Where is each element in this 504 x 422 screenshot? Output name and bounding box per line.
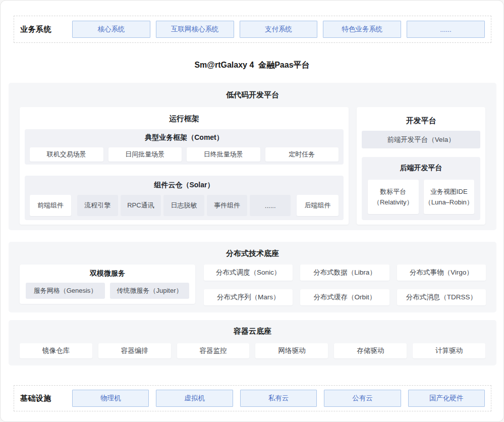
frontend-dev-platform-item: 前端开发平台（Vela）: [362, 131, 480, 148]
dual-mode-item: 传统微服务（Jupiter）: [110, 283, 189, 299]
dual-mode-microservice-box: 双模微服务 服务网格（Genesis） 传统微服务（Jupiter）: [20, 265, 195, 304]
distributed-items-grid: 分布式调度（Sonic） 分布式数据（Libra） 分布式事物（Virgo） 分…: [204, 265, 486, 305]
solar-item: 日志脱敏: [163, 195, 204, 216]
solar-component-box: 组件云仓（Solar） 前端组件 流程引擎 RPC通讯 日志脱敏 事件组件 ..…: [25, 176, 344, 220]
backend-dev-card-name: 业务视图IDE: [430, 186, 468, 197]
backend-dev-card: 业务视图IDE （Luna–Robin）: [424, 180, 475, 214]
container-cloud-item: 计算驱动: [413, 343, 485, 358]
container-cloud-item: 网络驱动: [255, 343, 328, 358]
container-cloud-panel: 容器云底座 镜像仓库 容器编排 容器监控 网络驱动 存储驱动 计算驱动: [9, 320, 496, 365]
backend-dev-platform-title: 后端开发平台: [362, 164, 480, 173]
solar-item: 流程引擎: [77, 195, 118, 216]
distributed-item: 分布式序列（Mars）: [204, 289, 293, 305]
comet-item: 定时任务: [265, 147, 339, 162]
container-cloud-title: 容器云底座: [9, 327, 496, 336]
solar-item: ......: [250, 195, 291, 216]
dual-mode-title: 双模微服务: [20, 269, 195, 278]
dev-platform-box: 开发平台 前端开发平台（Vela） 后端开发平台 数标平台 （Relativit…: [357, 107, 485, 225]
low-code-platform-panel: 低代码开发平台 运行框架 典型业务框架（Comet） 联机交易场景 日间批量场景…: [9, 83, 496, 230]
distributed-item: 分布式消息（TDRSS）: [397, 289, 486, 305]
solar-items-row: 前端组件 流程引擎 RPC通讯 日志脱敏 事件组件 ...... 后端组件: [30, 195, 339, 216]
infrastructure-section: 基础设施 物理机 虚拟机 私有云 公有云 国产化硬件: [14, 385, 491, 411]
backend-dev-card-code: （Relativity）: [373, 197, 413, 207]
distributed-tech-panel: 分布式技术底座 双模微服务 服务网格（Genesis） 传统微服务（Jupite…: [9, 242, 496, 312]
distributed-item: 分布式数据（Libra）: [300, 265, 389, 281]
infrastructure-chip: 私有云: [240, 390, 317, 407]
comet-framework-box: 典型业务框架（Comet） 联机交易场景 日间批量场景 日终批量场景 定时任务: [25, 129, 344, 165]
container-cloud-item: 容器监控: [177, 343, 250, 358]
container-cloud-items-row: 镜像仓库 容器编排 容器监控 网络驱动 存储驱动 计算驱动: [20, 343, 485, 358]
dual-mode-item: 服务网格（Genesis）: [26, 283, 105, 299]
dev-platform-title: 开发平台: [357, 116, 485, 126]
solar-item: RPC通讯: [121, 195, 161, 216]
business-system-chip: 互联网核心系统: [156, 21, 234, 38]
solar-item: 事件组件: [207, 195, 248, 216]
comet-items-row: 联机交易场景 日间批量场景 日终批量场景 定时任务: [30, 147, 339, 162]
business-systems-section: 业务系统 核心系统 互联网核心系统 支付系统 特色业务系统 ......: [14, 16, 491, 43]
backend-dev-platform-box: 后端开发平台 数标平台 （Relativity） 业务视图IDE （Luna–R…: [362, 157, 480, 220]
backend-dev-card: 数标平台 （Relativity）: [368, 180, 419, 214]
container-cloud-item: 容器编排: [98, 343, 171, 358]
platform-title: Sm@rtGalaxy 4 金融Paas平台: [1, 60, 503, 71]
infrastructure-chip: 公有云: [324, 390, 401, 407]
comet-framework-title: 典型业务框架（Comet）: [25, 133, 344, 142]
container-cloud-item: 镜像仓库: [20, 343, 92, 358]
distributed-item: 分布式调度（Sonic）: [204, 265, 293, 281]
distributed-item: 分布式事物（Virgo）: [397, 265, 486, 281]
backend-dev-card-name: 数标平台: [380, 186, 406, 197]
infrastructure-label: 基础设施: [14, 394, 72, 403]
solar-front-item: 前端组件: [30, 195, 71, 216]
infrastructure-chip: 物理机: [72, 390, 149, 407]
infrastructure-chip: 国产化硬件: [408, 390, 485, 407]
distributed-tech-title: 分布式技术底座: [9, 249, 496, 258]
container-cloud-item: 存储驱动: [334, 343, 407, 358]
business-systems-chips: 核心系统 互联网核心系统 支付系统 特色业务系统 ......: [72, 21, 491, 38]
business-systems-label: 业务系统: [14, 25, 72, 34]
comet-item: 日终批量场景: [187, 147, 260, 162]
business-system-chip: 特色业务系统: [323, 21, 401, 38]
backend-dev-cards-row: 数标平台 （Relativity） 业务视图IDE （Luna–Robin）: [368, 180, 474, 214]
comet-item: 联机交易场景: [30, 147, 103, 162]
infrastructure-chips: 物理机 虚拟机 私有云 公有云 国产化硬件: [72, 390, 491, 407]
runtime-framework-title: 运行框架: [20, 114, 349, 124]
business-system-chip: ......: [407, 21, 485, 38]
dual-mode-items-row: 服务网格（Genesis） 传统微服务（Jupiter）: [26, 283, 189, 299]
runtime-framework-box: 运行框架 典型业务框架（Comet） 联机交易场景 日间批量场景 日终批量场景 …: [20, 107, 349, 225]
comet-item: 日间批量场景: [108, 147, 182, 162]
business-system-chip: 核心系统: [72, 21, 150, 38]
slide-canvas: 业务系统 核心系统 互联网核心系统 支付系统 特色业务系统 ...... Sm@…: [0, 0, 504, 422]
business-system-chip: 支付系统: [240, 21, 318, 38]
distributed-item: 分布式缓存（Orbit）: [300, 289, 389, 305]
backend-dev-card-code: （Luna–Robin）: [425, 197, 473, 207]
solar-back-item: 后端组件: [297, 195, 339, 216]
infrastructure-chip: 虚拟机: [156, 390, 233, 407]
solar-component-title: 组件云仓（Solar）: [25, 181, 344, 190]
low-code-platform-title: 低代码开发平台: [9, 90, 496, 100]
